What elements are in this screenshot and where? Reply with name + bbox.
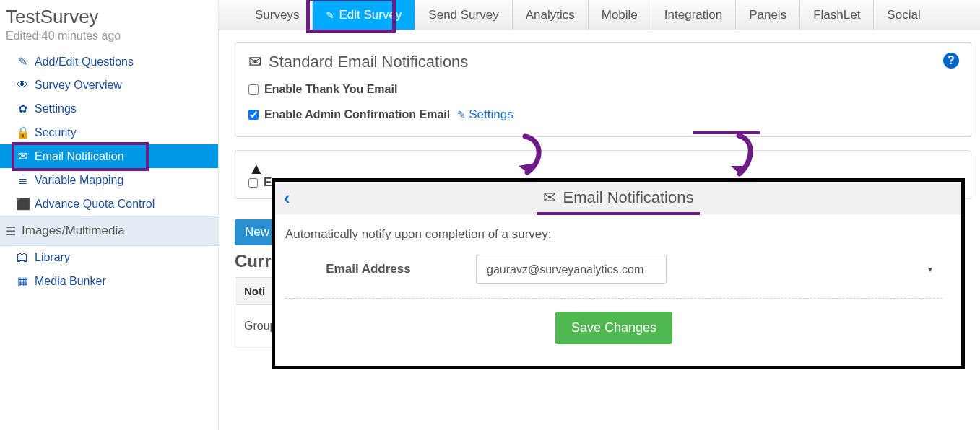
envelope-icon: ✉	[16, 149, 29, 163]
modal-title: Email Notifications	[543, 188, 694, 207]
panel-title: Standard Email Notifications	[248, 53, 958, 71]
film-icon: ▦	[16, 274, 29, 288]
sidebar-item-label: Variable Mapping	[35, 174, 123, 187]
survey-edited: Edited 40 minutes ago	[0, 30, 218, 50]
sidebar-item-settings[interactable]: ✿ Settings	[0, 97, 218, 120]
tab-surveys[interactable]: Surveys	[242, 0, 313, 30]
eye-icon: 👁	[16, 79, 29, 92]
hidden-checkbox[interactable]	[248, 178, 258, 188]
pencil-icon: ✎	[326, 9, 334, 21]
chevron-down-icon: ▼	[927, 266, 934, 273]
chart-icon: ⬛	[16, 197, 29, 211]
tab-integration[interactable]: Integration	[651, 0, 736, 30]
enable-thank-you-email-checkbox[interactable]	[248, 84, 259, 95]
sidebar-item-advance-quota-control[interactable]: ⬛ Advance Quota Control	[0, 192, 218, 216]
enable-admin-confirmation-checkbox[interactable]	[248, 110, 259, 120]
survey-title: TestSurvey	[0, 0, 218, 30]
checkbox-label: Enable Thank You Email	[264, 83, 397, 96]
tab-mobile[interactable]: Mobile	[589, 0, 651, 30]
separator	[285, 298, 942, 299]
enable-thank-you-email-row: Enable Thank You Email	[248, 83, 958, 96]
admin-confirmation-settings-link[interactable]: Settings	[457, 108, 513, 122]
modal-body: Automatically notify upon completion of …	[275, 214, 961, 351]
sidebar-item-label: Settings	[35, 102, 77, 115]
list-icon: ≣	[16, 173, 29, 187]
sidebar-item-security[interactable]: 🔒 Security	[0, 120, 218, 144]
annotation-underline	[537, 212, 700, 215]
sidebar-item-label: Security	[35, 126, 77, 139]
sidebar-item-label: Library	[35, 251, 70, 264]
gear-icon: ✿	[16, 102, 29, 115]
tab-social[interactable]: Social	[874, 0, 933, 30]
pencil-icon: ✎	[16, 55, 29, 69]
checkbox-label: Enable Admin Confirmation Email	[264, 108, 450, 121]
sidebar-item-library[interactable]: 🕮 Library	[0, 246, 218, 269]
tab-flashlet[interactable]: FlashLet	[800, 0, 874, 30]
sidebar-item-add-edit-questions[interactable]: ✎ Add/Edit Questions	[0, 50, 218, 74]
sidebar-section-images-multimedia[interactable]: ☰ Images/Multimedia	[0, 216, 218, 246]
modal-header: ‹ Email Notifications	[275, 182, 961, 214]
email-address-select[interactable]: gauravz@surveyanalytics.com	[476, 255, 667, 284]
tab-analytics[interactable]: Analytics	[513, 0, 589, 30]
lock-icon: 🔒	[16, 126, 29, 139]
email-address-label: Email Address	[285, 262, 451, 276]
edit-icon	[457, 108, 466, 122]
sidebar-item-email-notification[interactable]: ✉ Email Notification	[0, 144, 218, 168]
menu-icon: ☰	[6, 224, 16, 238]
sidebar-item-label: Email Notification	[35, 150, 124, 163]
save-changes-button[interactable]: Save Changes	[555, 312, 672, 344]
enable-admin-confirmation-row: Enable Admin Confirmation Email Settings	[248, 108, 958, 122]
hidden-checkbox-row: E	[248, 175, 272, 190]
sidebar-item-label: Advance Quota Control	[35, 198, 155, 211]
envelope-icon	[248, 53, 261, 71]
sidebar-item-media-bunker[interactable]: ▦ Media Bunker	[0, 269, 218, 293]
sidebar-item-survey-overview[interactable]: 👁 Survey Overview	[0, 74, 218, 97]
book-icon: 🕮	[16, 251, 29, 264]
email-notifications-modal: ‹ Email Notifications Automatically noti…	[272, 178, 965, 369]
tab-edit-survey[interactable]: ✎ Edit Survey	[313, 0, 415, 30]
help-icon[interactable]: ?	[943, 53, 959, 69]
envelope-icon	[543, 188, 556, 207]
sidebar-item-label: Add/Edit Questions	[35, 56, 134, 69]
standard-email-notifications-panel: Standard Email Notifications ? Enable Th…	[235, 42, 971, 137]
sidebar-item-label: Media Bunker	[35, 275, 106, 288]
top-tabbar: Surveys ✎ Edit Survey Send Survey Analyt…	[219, 0, 980, 30]
tab-panels[interactable]: Panels	[736, 0, 800, 30]
email-address-row: Email Address gauravz@surveyanalytics.co…	[285, 255, 942, 284]
tab-send-survey[interactable]: Send Survey	[415, 0, 512, 30]
modal-description: Automatically notify upon completion of …	[285, 227, 942, 242]
sidebar: TestSurvey Edited 40 minutes ago ✎ Add/E…	[0, 0, 219, 430]
back-icon[interactable]: ‹	[275, 187, 299, 209]
sidebar-section-label: Images/Multimedia	[22, 224, 125, 238]
sidebar-item-variable-mapping[interactable]: ≣ Variable Mapping	[0, 168, 218, 192]
sidebar-item-label: Survey Overview	[35, 79, 122, 92]
